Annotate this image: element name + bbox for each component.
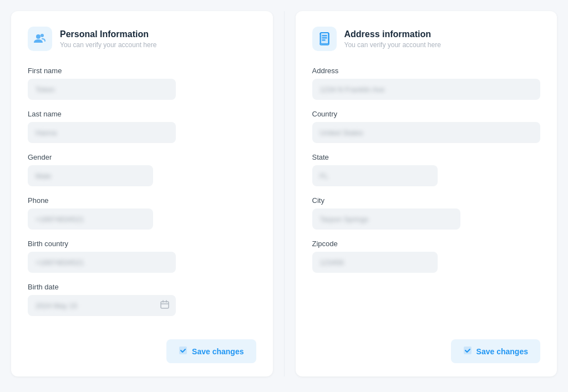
personal-panel-subtitle: You can verify your account here: [60, 41, 156, 49]
city-label: City: [312, 196, 541, 205]
first-name-input[interactable]: Token: [28, 79, 176, 100]
birth-date-value: 2024 May 15: [36, 302, 77, 310]
last-name-input[interactable]: Hanna: [28, 122, 176, 143]
city-input[interactable]: Tarpon Springs: [312, 208, 460, 230]
birth-date-input[interactable]: 2024 May 15: [28, 295, 176, 316]
first-name-value: Token: [36, 85, 55, 94]
state-input[interactable]: FL: [312, 165, 438, 186]
address-panel-title-group: Address information You can verify your …: [344, 29, 441, 49]
birth-date-group: Birth date 2024 May 15: [28, 283, 256, 316]
city-value: Tarpon Springs: [320, 215, 368, 223]
address-panel-header: Address information You can verify your …: [312, 27, 541, 51]
phone-group: Phone +18974834521: [28, 196, 256, 230]
last-name-value: Hanna: [36, 129, 57, 137]
state-label: State: [312, 153, 541, 161]
address-save-label: Save changes: [476, 347, 528, 356]
gender-group: Gender Male: [28, 153, 256, 186]
personal-panel-footer: Save changes: [28, 326, 256, 363]
zipcode-group: Zipcode 123456: [312, 240, 541, 273]
city-group: City Tarpon Springs: [312, 196, 541, 230]
country-label: Country: [312, 110, 541, 118]
phone-input[interactable]: +18974834521: [28, 208, 153, 230]
document-icon: [317, 32, 332, 46]
last-name-group: Last name Hanna: [28, 110, 256, 143]
address-panel-icon: [312, 27, 337, 51]
personal-panel-title-group: Personal Information You can verify your…: [60, 29, 156, 49]
gender-label: Gender: [28, 153, 256, 161]
birth-date-label: Birth date: [28, 283, 256, 291]
birth-date-field-wrapper: 2024 May 15: [28, 295, 176, 316]
gender-value: Male: [36, 172, 51, 180]
address-field-group: Address 1234 N Franklin Ave: [312, 67, 541, 100]
address-value: 1234 N Franklin Ave: [320, 85, 385, 94]
address-input[interactable]: 1234 N Franklin Ave: [312, 79, 541, 100]
personal-panel-header: Personal Information You can verify your…: [28, 27, 256, 51]
state-value: FL: [320, 172, 328, 180]
address-save-button[interactable]: Save changes: [451, 339, 540, 363]
country-value: United States: [320, 129, 363, 137]
address-panel: Address information You can verify your …: [296, 11, 557, 376]
address-panel-footer: Save changes: [312, 326, 541, 363]
personal-save-button[interactable]: Save changes: [166, 339, 256, 363]
panel-divider: [284, 11, 285, 376]
address-panel-title: Address information: [344, 29, 441, 39]
svg-point-0: [36, 34, 40, 39]
zipcode-input[interactable]: 123456: [312, 252, 438, 273]
birth-country-label: Birth country: [28, 240, 256, 248]
personal-panel: Personal Information You can verify your…: [11, 11, 273, 376]
svg-point-1: [40, 34, 44, 37]
address-save-icon: [463, 346, 472, 357]
personal-save-label: Save changes: [192, 347, 244, 356]
birth-country-value: +18974834521: [36, 258, 84, 267]
last-name-label: Last name: [28, 110, 256, 118]
country-input[interactable]: United States: [312, 122, 541, 143]
personal-panel-title: Personal Information: [60, 29, 156, 39]
first-name-group: First name Token: [28, 67, 256, 100]
personal-panel-icon: [28, 27, 52, 51]
zipcode-label: Zipcode: [312, 240, 541, 248]
state-group: State FL: [312, 153, 541, 186]
zipcode-value: 123456: [320, 258, 344, 267]
address-label: Address: [312, 67, 541, 75]
birth-country-input[interactable]: +18974834521: [28, 252, 176, 273]
page-wrapper: Personal Information You can verify your…: [11, 11, 557, 376]
country-group: Country United States: [312, 110, 541, 143]
phone-label: Phone: [28, 196, 256, 205]
address-panel-subtitle: You can verify your account here: [344, 41, 441, 49]
gender-input[interactable]: Male: [28, 165, 153, 186]
birth-country-group: Birth country +18974834521: [28, 240, 256, 273]
first-name-label: First name: [28, 67, 256, 75]
users-icon: [33, 32, 47, 46]
phone-value: +18974834521: [36, 215, 84, 223]
personal-save-icon: [179, 346, 187, 357]
